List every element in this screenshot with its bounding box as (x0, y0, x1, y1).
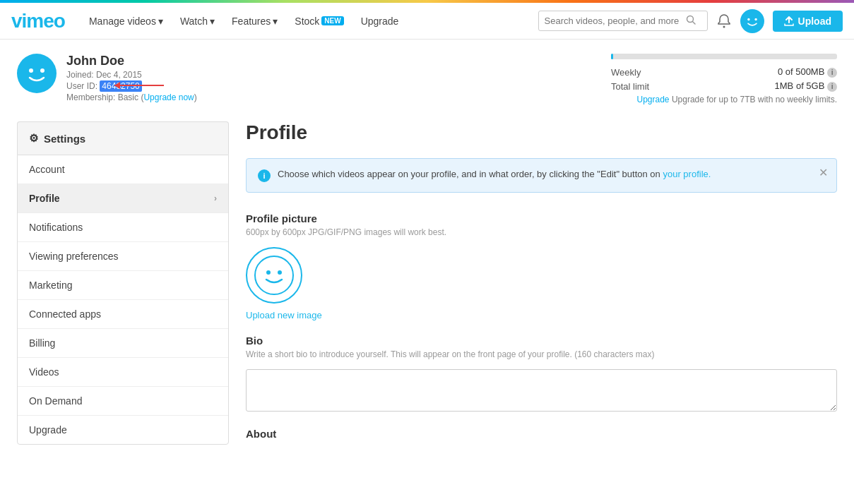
upload-new-image-link[interactable]: Upload new image (246, 310, 322, 320)
storage-bar (611, 54, 837, 59)
nav-manage-videos[interactable]: Manage videos ▾ (82, 11, 170, 31)
bio-title: Bio (246, 335, 837, 347)
nav-watch[interactable]: Watch ▾ (173, 11, 222, 31)
svg-point-6 (18, 55, 55, 92)
page-title: Profile (246, 121, 837, 144)
svg-line-1 (692, 22, 695, 25)
main-content: Profile i Choose which videos appear on … (246, 121, 837, 445)
storage-weekly-row: Weekly 0 of 500MB i (611, 66, 837, 78)
bio-subtitle: Write a short bio to introduce yourself.… (246, 349, 837, 359)
sidebar-item-on-demand[interactable]: On Demand (18, 387, 228, 416)
svg-point-5 (754, 18, 757, 20)
logo[interactable]: vimeo (11, 10, 65, 32)
svg-point-3 (741, 10, 763, 32)
sidebar-item-marketing[interactable]: Marketing (18, 271, 228, 300)
sidebar: ⚙ Settings Account Profile › Notificatio… (17, 121, 229, 445)
user-name: John Doe (66, 54, 197, 68)
storage-upgrade-link[interactable]: Upgrade (637, 95, 670, 104)
content-area: John Doe Joined: Dec 4, 2015 User ID: 46… (0, 40, 854, 459)
info-icon: i (258, 169, 271, 182)
nav-links: Manage videos ▾ Watch ▾ Features ▾ Stock… (82, 11, 538, 31)
user-avatar-nav[interactable] (740, 9, 764, 33)
search-box[interactable] (538, 11, 708, 31)
sidebar-item-profile[interactable]: Profile › (18, 184, 228, 213)
nav-right: Upload (538, 9, 843, 33)
svg-point-4 (747, 18, 749, 20)
info-box-text: Choose which videos appear on your profi… (278, 169, 711, 179)
arrow-annotation (107, 78, 171, 93)
upgrade-membership-link[interactable]: Upgrade now (143, 92, 194, 102)
user-header: John Doe Joined: Dec 4, 2015 User ID: 46… (17, 54, 837, 104)
search-icon (686, 15, 696, 27)
profile-picture-subtitle: 600px by 600px JPG/GIF/PNG images will w… (246, 227, 837, 237)
profile-picture-title: Profile picture (246, 212, 837, 224)
total-info-icon[interactable]: i (827, 82, 837, 92)
svg-point-11 (255, 256, 293, 294)
sidebar-item-connected-apps[interactable]: Connected apps (18, 300, 228, 329)
gear-icon: ⚙ (29, 132, 38, 145)
sidebar-item-viewing-preferences[interactable]: Viewing preferences (18, 242, 228, 271)
nav-upgrade[interactable]: Upgrade (354, 11, 406, 31)
nav-stock[interactable]: Stock NEW (287, 11, 350, 31)
bio-section: Bio Write a short bio to introduce yours… (246, 335, 837, 414)
chevron-right-icon: › (214, 193, 217, 203)
storage-total-row: Total limit 1MB of 5GB i (611, 80, 837, 92)
sidebar-item-upgrade[interactable]: Upgrade (18, 416, 228, 444)
svg-marker-10 (114, 82, 120, 89)
user-avatar (17, 54, 57, 93)
navbar: vimeo Manage videos ▾ Watch ▾ Features ▾… (0, 3, 854, 40)
info-box: i Choose which videos appear on your pro… (246, 158, 837, 193)
bio-textarea[interactable] (246, 369, 837, 412)
svg-point-2 (723, 25, 725, 28)
main-layout: ⚙ Settings Account Profile › Notificatio… (17, 121, 837, 445)
sidebar-item-notifications[interactable]: Notifications (18, 213, 228, 242)
profile-picture-section: Profile picture 600px by 600px JPG/GIF/P… (246, 212, 837, 320)
svg-point-12 (266, 270, 271, 275)
about-title: About (246, 428, 837, 440)
sidebar-nav: Account Profile › Notifications Viewing … (17, 155, 229, 445)
storage-upgrade-text: Upgrade Upgrade for up to 7TB with no we… (611, 95, 837, 104)
search-input[interactable] (545, 16, 686, 26)
info-box-close-button[interactable]: ✕ (819, 166, 828, 179)
weekly-info-icon[interactable]: i (827, 68, 837, 78)
storage-bar-fill (611, 54, 613, 59)
nav-features[interactable]: Features ▾ (225, 11, 285, 31)
user-details: John Doe Joined: Dec 4, 2015 User ID: 46… (66, 54, 197, 102)
settings-header: ⚙ Settings (17, 121, 229, 155)
profile-avatar-large (246, 247, 302, 304)
sidebar-item-billing[interactable]: Billing (18, 329, 228, 358)
sidebar-item-videos[interactable]: Videos (18, 358, 228, 387)
upload-button[interactable]: Upload (773, 11, 843, 32)
bell-icon[interactable] (716, 13, 732, 29)
profile-smiley (253, 254, 295, 296)
svg-point-7 (29, 68, 33, 73)
sidebar-item-account[interactable]: Account (18, 155, 228, 184)
your-profile-link[interactable]: your profile. (663, 169, 711, 179)
svg-point-13 (278, 270, 282, 275)
user-info-left: John Doe Joined: Dec 4, 2015 User ID: 46… (17, 54, 197, 102)
svg-point-8 (40, 68, 45, 73)
user-membership: Membership: Basic (Upgrade now) (66, 92, 197, 102)
storage-info: Weekly 0 of 500MB i Total limit 1MB of 5… (611, 54, 837, 104)
user-id-row: User ID: 46482750 (66, 81, 197, 91)
